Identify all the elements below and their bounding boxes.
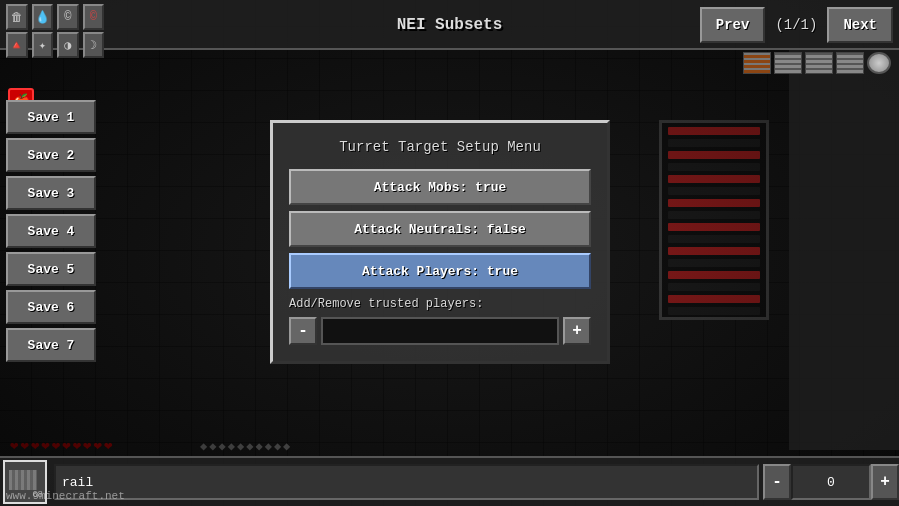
top-bar: 🗑 💧 © © 🔺 ✦ ◑ ☽ NEI Subsets Prev (1/1) N…: [0, 0, 899, 50]
icon-row-1: 🗑 💧 © ©: [6, 4, 104, 30]
quantity-minus-button[interactable]: -: [763, 464, 791, 500]
prev-button[interactable]: Prev: [700, 7, 766, 43]
nei-panel: [789, 50, 899, 450]
save-buttons-container: Save 1 Save 2 Save 3 Save 4 Save 5 Save …: [6, 100, 96, 362]
trusted-minus-button[interactable]: -: [289, 317, 317, 345]
turret-dialog: Turret Target Setup Menu Attack Mobs: tr…: [270, 120, 610, 364]
watermark: www.9minecraft.net: [6, 490, 125, 502]
save-button-5[interactable]: Save 5: [6, 252, 96, 286]
rail-icons-group: [743, 52, 891, 74]
rail-item-icon: [9, 470, 37, 490]
rail-icon-4: [836, 52, 864, 74]
trusted-label: Add/Remove trusted players:: [289, 297, 591, 311]
right-icons: [743, 52, 891, 74]
attack-neutrals-button[interactable]: Attack Neutrals: false: [289, 211, 591, 247]
save-button-4[interactable]: Save 4: [6, 214, 96, 248]
rail-icon-1: [743, 52, 771, 74]
nav-buttons: Prev (1/1) Next: [700, 7, 893, 43]
search-input[interactable]: [54, 464, 759, 500]
water-icon-btn[interactable]: 💧: [32, 4, 54, 30]
quantity-plus-button[interactable]: +: [871, 464, 899, 500]
config-icon-btn[interactable]: ©: [57, 4, 79, 30]
compass-icon: [867, 52, 891, 74]
trusted-row: - +: [289, 317, 591, 345]
star-icon-btn[interactable]: ✦: [32, 32, 54, 58]
trusted-input[interactable]: [321, 317, 559, 345]
attack-players-button[interactable]: Attack Players: true: [289, 253, 591, 289]
magnet-icon-btn[interactable]: ©: [83, 4, 105, 30]
fire-icon-btn[interactable]: 🔺: [6, 32, 28, 58]
save-button-7[interactable]: Save 7: [6, 328, 96, 362]
nei-title-text: NEI Subsets: [397, 16, 503, 34]
save-button-2[interactable]: Save 2: [6, 138, 96, 172]
nei-title: NEI Subsets: [397, 0, 503, 50]
cloud-icon-btn[interactable]: ◑: [57, 32, 79, 58]
save-button-3[interactable]: Save 3: [6, 176, 96, 210]
bottom-bar: 68 - 0 +: [0, 456, 899, 506]
dialog-title: Turret Target Setup Menu: [289, 139, 591, 155]
attack-mobs-button[interactable]: Attack Mobs: true: [289, 169, 591, 205]
icon-row-2: 🔺 ✦ ◑ ☽: [6, 32, 104, 58]
moon-icon-btn[interactable]: ☽: [83, 32, 105, 58]
save-button-6[interactable]: Save 6: [6, 290, 96, 324]
quantity-display: 0: [791, 464, 871, 500]
rail-icon-2: [774, 52, 802, 74]
rail-icon-3: [805, 52, 833, 74]
next-button[interactable]: Next: [827, 7, 893, 43]
page-indicator: (1/1): [769, 17, 823, 33]
save-button-1[interactable]: Save 1: [6, 100, 96, 134]
trusted-plus-button[interactable]: +: [563, 317, 591, 345]
trash-icon-btn[interactable]: 🗑: [6, 4, 28, 30]
